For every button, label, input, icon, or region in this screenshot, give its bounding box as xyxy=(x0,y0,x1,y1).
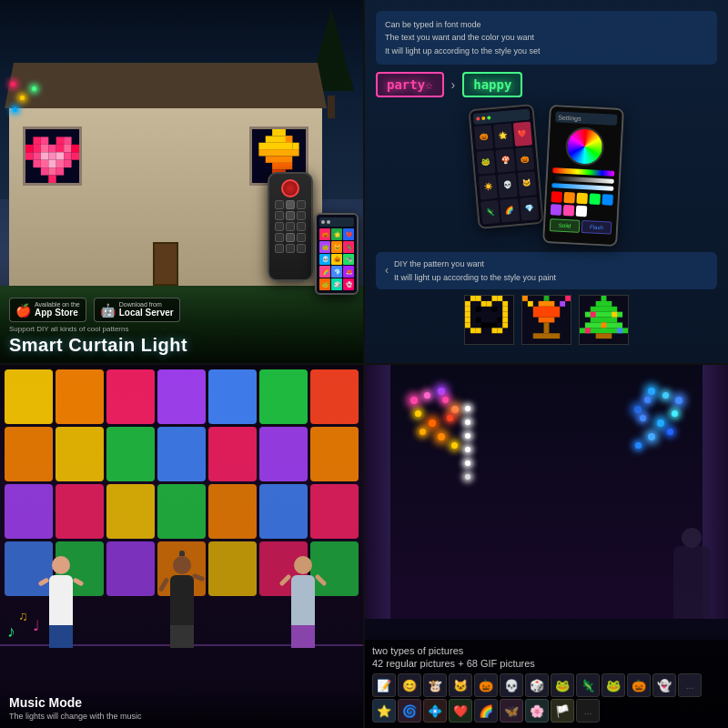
icon-more: ... xyxy=(576,699,600,723)
butterfly-center-dot xyxy=(465,474,470,480)
pixel-art-smiley xyxy=(464,295,514,345)
svg-rect-9 xyxy=(64,145,71,152)
remote-btn[interactable] xyxy=(275,222,284,231)
svg-rect-43 xyxy=(487,301,492,307)
pixel-art-cocktail xyxy=(521,295,571,345)
phones-display-row: 🎃 🌟 ❤️ 🐸 🍄 🎃 ☀️ 💀 🐱 🦎 🌈 💎 xyxy=(376,106,717,245)
svg-rect-45 xyxy=(465,307,470,312)
svg-rect-48 xyxy=(502,307,508,312)
svg-rect-86 xyxy=(602,322,607,328)
svg-rect-29 xyxy=(286,136,292,142)
remote-btn[interactable] xyxy=(286,222,295,231)
person-3-arm-left xyxy=(278,573,291,586)
remote-control xyxy=(268,172,313,281)
led-block xyxy=(56,427,104,481)
svg-rect-65 xyxy=(522,296,528,301)
svg-rect-71 xyxy=(533,307,560,318)
remote-btn[interactable] xyxy=(286,211,295,220)
color-wheel xyxy=(564,126,604,167)
people-silhouettes xyxy=(0,551,363,648)
icon-cell: 🐸 xyxy=(551,673,574,697)
butterfly-dot xyxy=(657,420,664,427)
font-mode-line2: The text you want and the color you want xyxy=(385,31,708,44)
remote-btn[interactable] xyxy=(286,233,295,242)
arrow-right-icon: › xyxy=(451,77,456,92)
apple-icon: 🍎 xyxy=(15,303,31,318)
svg-rect-47 xyxy=(491,307,497,312)
svg-rect-83 xyxy=(596,333,612,339)
diy-section: ‹ DIY the pattern you want It will light… xyxy=(376,252,717,345)
svg-rect-38 xyxy=(476,296,481,301)
svg-rect-74 xyxy=(533,333,560,339)
app-store-badge[interactable]: 🍎 Available on the App Store xyxy=(9,298,86,322)
svg-rect-27 xyxy=(272,129,286,136)
remote-btn[interactable] xyxy=(297,222,306,231)
svg-rect-31 xyxy=(292,143,298,149)
phone-pattern-grid: 🎃 🌟 ❤️ 🐸 🍄 🎃 ☀️ 💀 🐱 🦎 🌈 💎 xyxy=(468,104,543,229)
icon-cell: ❤️ xyxy=(449,699,472,723)
remote-btn[interactable] xyxy=(297,244,306,253)
music-note-3: ♩ xyxy=(33,617,40,634)
q4-text-overlay: two types of pictures 42 regular picture… xyxy=(365,640,728,728)
svg-rect-18 xyxy=(33,160,40,167)
led-block xyxy=(56,369,104,424)
remote-btn[interactable] xyxy=(275,211,284,220)
svg-rect-2 xyxy=(56,136,64,144)
house-scene: 🎃 🌟 ❤️ 🐸 🐱 🦎 💀 🎃 🐄 🌈 💎 🦊 🐸 🎲 xyxy=(0,0,363,363)
store-name: App Store xyxy=(35,308,80,318)
led-block xyxy=(157,484,206,539)
led-block xyxy=(259,484,308,539)
butterfly-dot xyxy=(442,397,449,403)
svg-rect-21 xyxy=(56,160,64,167)
remote-btn[interactable] xyxy=(297,200,306,209)
silhouette-head xyxy=(682,528,702,548)
person-2-pants xyxy=(170,625,194,648)
butterfly-dot xyxy=(451,442,458,449)
butterfly-dot xyxy=(429,420,436,427)
led-block xyxy=(106,427,155,481)
svg-rect-10 xyxy=(72,145,79,152)
butterfly-dot xyxy=(438,388,445,395)
svg-rect-13 xyxy=(41,152,48,159)
led-block xyxy=(259,427,308,481)
icon-cell: 🌸 xyxy=(525,699,549,723)
facade-light xyxy=(20,96,25,100)
remote-btn[interactable] xyxy=(297,233,306,242)
icon-cell: 🎲 xyxy=(525,673,549,697)
svg-rect-63 xyxy=(497,328,502,333)
music-note-1: ♪ xyxy=(7,622,15,642)
butterfly-center-dot xyxy=(465,447,470,452)
window-left xyxy=(23,126,82,186)
facade-light xyxy=(11,82,15,86)
phone-color-wheel: Settings xyxy=(542,105,624,247)
svg-rect-24 xyxy=(48,167,56,175)
icon-cell: 📝 xyxy=(372,673,396,697)
music-mode-quadrant: ♪ ♫ ♩ Music Mode The lights will change … xyxy=(0,365,363,728)
remote-btn[interactable] xyxy=(286,244,295,253)
svg-rect-40 xyxy=(497,296,502,301)
remote-btn[interactable] xyxy=(275,200,284,209)
svg-rect-59 xyxy=(502,322,508,328)
person-3-pants xyxy=(291,625,315,648)
butterfly-dot xyxy=(644,397,651,403)
icon-cell: 🌀 xyxy=(398,699,421,723)
remote-btn[interactable] xyxy=(286,200,295,209)
icon-strip-row2: ⭐ 🌀 💠 ❤️ 🌈 🦋 🌸 🏳️ ... xyxy=(372,699,721,723)
svg-rect-3 xyxy=(64,136,71,144)
remote-btn[interactable] xyxy=(297,211,306,220)
local-server-badge[interactable]: 🤖 Download from Local Server xyxy=(94,298,180,322)
q1-text-overlay: 🍎 Available on the App Store 🤖 Download … xyxy=(0,290,363,363)
remote-btn[interactable] xyxy=(275,244,284,253)
butterfly-dot xyxy=(424,392,430,399)
svg-rect-19 xyxy=(41,160,48,167)
door xyxy=(153,242,178,286)
person-3-head xyxy=(294,556,312,574)
remote-btn[interactable] xyxy=(275,233,284,242)
house-roof xyxy=(5,63,327,108)
icon-cell: 🏳️ xyxy=(551,699,574,723)
icon-cell: 👻 xyxy=(652,673,676,697)
butterfly-dot xyxy=(648,388,655,395)
svg-rect-85 xyxy=(612,312,617,318)
server-name: Local Server xyxy=(119,308,174,318)
led-block xyxy=(208,369,257,424)
